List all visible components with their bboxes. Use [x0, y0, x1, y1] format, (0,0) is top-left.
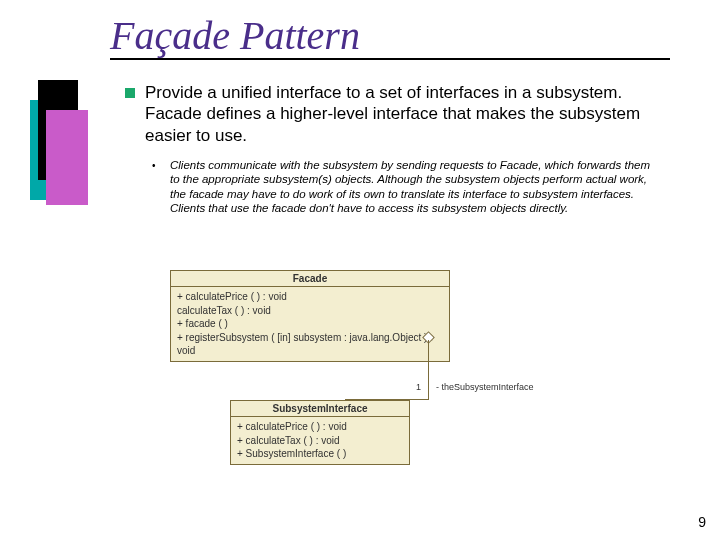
uml-facade-ops: + calculatePrice ( ) : void calculateTax… [171, 287, 449, 361]
main-bullet-text: Provide a unified interface to a set of … [145, 82, 665, 146]
uml-role-label: - theSubsystemInterface [436, 382, 534, 392]
magenta-block [46, 110, 88, 205]
uml-multiplicity: 1 [416, 382, 421, 392]
slide-title: Façade Pattern [110, 12, 360, 59]
corner-decoration [30, 80, 90, 220]
title-underline [110, 58, 670, 60]
uml-facade-class: Facade + calculatePrice ( ) : void calcu… [170, 270, 450, 362]
sub-bullet-text: Clients communicate with the subsystem b… [170, 158, 660, 216]
main-bullet: Provide a unified interface to a set of … [145, 82, 665, 146]
square-bullet-icon [125, 88, 135, 98]
uml-subsystem-ops: + calculatePrice ( ) : void + calculateT… [231, 417, 409, 464]
page-number: 9 [698, 514, 706, 530]
uml-facade-name: Facade [171, 271, 449, 287]
dot-bullet-icon: • [152, 160, 156, 171]
uml-subsystem-name: SubsystemInterface [231, 401, 409, 417]
uml-subsystem-class: SubsystemInterface + calculatePrice ( ) … [230, 400, 410, 465]
uml-connector [428, 340, 429, 400]
sub-bullet: • Clients communicate with the subsystem… [170, 158, 660, 216]
